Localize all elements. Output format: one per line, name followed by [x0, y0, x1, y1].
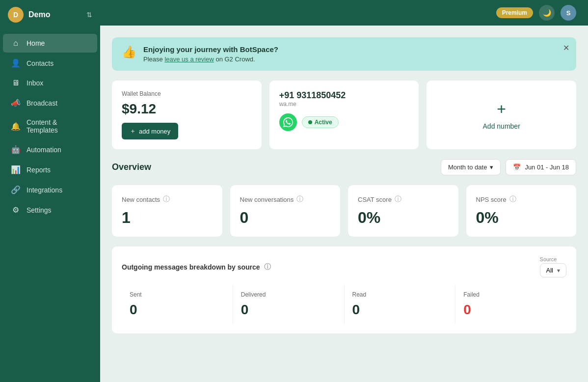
user-avatar[interactable]: S [561, 5, 576, 21]
date-filter-dropdown[interactable]: Month to date ▾ [441, 159, 501, 175]
banner-text: Enjoying your journey with BotSpace? Ple… [143, 45, 566, 63]
phone-card: +91 9311850452 wa.me Active [269, 81, 419, 149]
phone-number: +91 9311850452 [279, 90, 409, 101]
close-icon[interactable]: ✕ [563, 43, 569, 53]
sidebar-item-label: Inbox [27, 79, 43, 87]
breakdown-stats: Sent 0 Delivered 0 Read 0 Failed 0 [122, 285, 566, 324]
new-conversations-info-icon[interactable]: ⓘ [296, 195, 303, 204]
plus-icon: ＋ [130, 127, 136, 136]
breakdown-info-icon[interactable]: ⓘ [264, 263, 271, 272]
sidebar-item-integrations[interactable]: 🔗Integrations [3, 180, 97, 199]
theme-toggle-button[interactable]: 🌙 [539, 5, 555, 21]
content-icon: 🔔 [11, 122, 21, 131]
metric-value-new-contacts: 1 [122, 209, 213, 227]
metric-card-csat-score: CSAT score ⓘ 0% [348, 185, 458, 237]
source-select: Source All ▾ [540, 256, 566, 277]
chevron-icon: ⇅ [86, 11, 92, 19]
sidebar-item-label: Contacts [27, 59, 53, 67]
sidebar-item-label: Content & Templates [27, 118, 89, 134]
metric-value-nps-score: 0% [476, 209, 567, 227]
add-money-label: add money [139, 128, 170, 135]
workspace-avatar: D [8, 7, 24, 23]
review-banner: 👍 Enjoying your journey with BotSpace? P… [112, 37, 576, 71]
metric-label-new-contacts: New contacts ⓘ [122, 195, 213, 204]
date-filter-label: Month to date [448, 164, 487, 171]
settings-icon: ⚙ [11, 205, 21, 215]
source-dropdown[interactable]: All ▾ [540, 263, 566, 277]
sidebar-item-automation[interactable]: 🤖Automation [3, 140, 97, 159]
overview-controls: Month to date ▾ 📅 Jun 01 - Jun 18 [441, 159, 576, 175]
wallet-card: Wallet Balance $9.12 ＋ add money [112, 81, 262, 149]
overview-header: Overview Month to date ▾ 📅 Jun 01 - Jun … [112, 159, 576, 175]
metric-value-new-conversations: 0 [240, 209, 331, 227]
sidebar-item-broadcast[interactable]: 📣Broadcast [3, 93, 97, 112]
metric-card-new-contacts: New contacts ⓘ 1 [112, 185, 222, 237]
topbar: Premium 🌙 S [100, 0, 588, 26]
workspace-title: Demo [28, 10, 81, 19]
sidebar-item-settings[interactable]: ⚙Settings [3, 200, 97, 219]
sidebar-item-reports[interactable]: 📊Reports [3, 160, 97, 179]
add-number-card[interactable]: + Add number [427, 81, 576, 149]
breakdown-header: Outgoing messages breakdown by source ⓘ … [122, 256, 566, 277]
sidebar-header[interactable]: D Demo ⇅ [0, 0, 100, 29]
metric-value-csat-score: 0% [358, 209, 449, 227]
active-status-badge: Active [302, 116, 339, 128]
breakdown-card: Outgoing messages breakdown by source ⓘ … [112, 246, 576, 333]
phone-sub: wa.me [279, 101, 409, 108]
metric-label-nps-score: NPS score ⓘ [476, 195, 567, 204]
source-label: Source [540, 256, 566, 262]
whatsapp-status: Active [279, 113, 409, 131]
info-cards-row: Wallet Balance $9.12 ＋ add money +91 931… [112, 81, 576, 149]
stat-cell-sent: Sent 0 [122, 285, 233, 324]
metrics-row: New contacts ⓘ 1 New conversations ⓘ 0 C… [112, 185, 576, 237]
banner-desc-suffix: on G2 Crowd. [214, 55, 255, 63]
metric-card-nps-score: NPS score ⓘ 0% [466, 185, 577, 237]
metric-label-new-conversations: New conversations ⓘ [240, 195, 331, 204]
stat-label-sent: Sent [130, 291, 225, 298]
add-money-button[interactable]: ＋ add money [122, 123, 178, 139]
sidebar-item-label: Home [27, 39, 45, 47]
source-value: All [546, 267, 553, 274]
sidebar-item-label: Automation [27, 146, 61, 154]
sidebar-item-label: Integrations [27, 186, 62, 194]
premium-badge: Premium [496, 7, 533, 18]
home-icon: ⌂ [11, 39, 21, 48]
stat-cell-failed: Failed 0 [455, 285, 566, 324]
main-content: 👍 Enjoying your journey with BotSpace? P… [100, 26, 588, 345]
stat-value-sent: 0 [130, 302, 225, 318]
banner-desc-prefix: Please [143, 55, 164, 63]
breakdown-title: Outgoing messages breakdown by source ⓘ [122, 263, 271, 272]
date-range-picker[interactable]: 📅 Jun 01 - Jun 18 [506, 159, 576, 175]
nps-score-info-icon[interactable]: ⓘ [509, 195, 516, 204]
active-label: Active [315, 119, 332, 126]
sidebar-item-inbox[interactable]: 🖥Inbox [3, 74, 97, 92]
stat-cell-read: Read 0 [345, 285, 456, 324]
sidebar-item-content[interactable]: 🔔Content & Templates [3, 113, 97, 139]
stat-value-failed: 0 [463, 302, 559, 318]
wallet-label: Wallet Balance [122, 90, 252, 97]
contacts-icon: 👤 [11, 58, 21, 68]
review-link[interactable]: leave us a review [164, 55, 214, 63]
broadcast-icon: 📣 [11, 98, 21, 108]
sidebar: D Demo ⇅ ⌂Home👤Contacts🖥Inbox📣Broadcast🔔… [0, 0, 100, 382]
stat-label-read: Read [352, 291, 448, 298]
active-dot [308, 120, 312, 124]
sidebar-nav: ⌂Home👤Contacts🖥Inbox📣Broadcast🔔Content &… [0, 29, 100, 382]
stat-value-read: 0 [352, 302, 448, 318]
calendar-icon: 📅 [513, 164, 521, 171]
main-area: Premium 🌙 S 👍 Enjoying your journey with… [100, 0, 588, 382]
stat-cell-delivered: Delivered 0 [233, 285, 345, 324]
reports-icon: 📊 [11, 165, 21, 174]
stat-label-delivered: Delivered [241, 291, 336, 298]
metric-label-csat-score: CSAT score ⓘ [358, 195, 449, 204]
inbox-icon: 🖥 [11, 79, 21, 87]
new-contacts-info-icon[interactable]: ⓘ [163, 195, 170, 204]
chevron-down-icon: ▾ [490, 164, 493, 171]
csat-score-info-icon[interactable]: ⓘ [395, 195, 401, 204]
sidebar-item-contacts[interactable]: 👤Contacts [3, 54, 97, 73]
date-range-label: Jun 01 - Jun 18 [525, 164, 569, 171]
sidebar-item-label: Reports [27, 166, 51, 174]
wallet-value: $9.12 [122, 101, 252, 117]
dropdown-arrow-icon: ▾ [557, 267, 560, 274]
sidebar-item-home[interactable]: ⌂Home [3, 34, 97, 53]
